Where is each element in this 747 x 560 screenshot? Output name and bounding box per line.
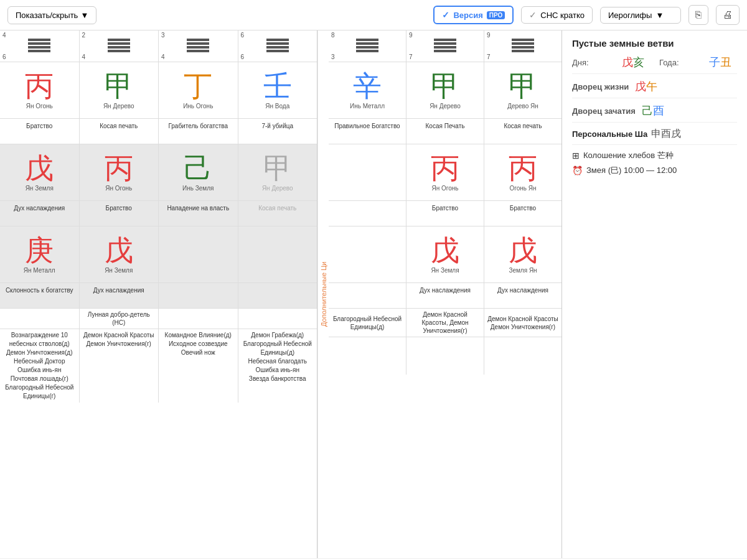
addqi1-cell-3[interactable]: 己 Инь Земля [159,144,238,200]
stem-element-3: Инь Огонь [183,103,213,110]
special-cell-4 [238,309,317,329]
role-row-right: Правильное Богатство Косая Печать Косая … [329,119,561,144]
addqi2-cell-3 [159,226,238,282]
addqi1-cell-r2[interactable]: 丙 Ян Огонь [406,144,484,200]
addqi1-cell-2[interactable]: 丙 Ян Огонь [80,144,159,200]
special-row-left: Лунная добро-детель (НС) [0,309,317,329]
hex-num-bl-4: 6 [241,54,245,60]
addqi2-cell-r2[interactable]: 戊 Ян Земля [406,226,484,282]
addqi2-row-right: 戊 Ян Земля 戊 Земля Ян [329,226,561,283]
info-palace-life-row: Дворец жизни 戊午 [572,79,737,98]
stem-element-r3: Дерево Ян [507,103,538,110]
addqi2-cell-2[interactable]: 戊 Ян Земля [80,226,159,282]
info-day-red: 戊 [622,56,633,68]
stars-cell-4: Демон Грабежа(д)Благородный Небесной Еди… [238,329,317,403]
stem-hanzi-r1: 辛 [353,72,382,100]
addqi1-element-r2: Ян Огонь [431,185,458,192]
addqi2-cell-r3[interactable]: 戊 Земля Ян [484,226,561,282]
addqi1-role-2: Братство [80,201,159,226]
version-button[interactable]: ✓ Версия ПРО [433,6,514,24]
addqi2-element-1: Ян Металл [24,267,55,274]
info-year-label: Года: [659,58,703,67]
addqi2-hanzi-1: 庚 [25,236,54,264]
pro-badge: ПРО [487,11,505,19]
role-label-3: Грабитель богатства [167,121,229,133]
role-cell-3: Грабитель богатства [159,119,238,144]
info-day-green: 亥 [633,56,644,68]
stem-cell-r1[interactable]: 辛 Инь Металл [329,62,406,118]
cns-button[interactable]: ✓ СНС кратко [521,6,593,24]
version-label: Версия [453,11,482,20]
info-day-row: Дня: 戊亥 Года: 子丑 [572,55,737,74]
print-button[interactable]: 🖨 [716,5,740,25]
addqi2-cell-1[interactable]: 庚 Ян Металл [0,226,80,282]
show-hide-button[interactable]: Показать/скрыть ▼ [7,6,96,24]
hieroglyph-select[interactable]: Иероглифы ▼ [600,7,681,24]
hex-num-bl-2: 4 [82,54,86,60]
role-cell-r1: Правильное Богатство [329,119,406,144]
stem-cell-r2[interactable]: 甲 Ян Дерево [406,62,484,118]
role-cell-2: Косая печать [80,119,159,144]
addqi1-cell-1[interactable]: 戊 Ян Земля [0,144,80,200]
info-year-value: 子丑 [709,55,731,70]
stem-row-left: 丙 Ян Огонь 甲 Ян Дерево 丁 Инь Огонь 壬 Ян … [0,62,317,119]
addqi1-element-2: Ян Огонь [105,185,132,192]
addqi1-role-row-left: Дух наслаждения Братство Нападение на вл… [0,201,317,226]
stem-cell-3[interactable]: 丁 Инь Огонь [159,62,238,118]
info-palace-birth-blue: 酉 [653,105,664,117]
addqi1-role-4: Косая печать [238,201,317,226]
addqi1-row-left: 戊 Ян Земля 丙 Ян Огонь 己 Инь Земля 甲 Ян Д… [0,144,317,201]
addqi1-hanzi-1: 戊 [25,154,54,182]
addqi2-role-4 [238,283,317,308]
addqi1-element-1: Ян Земля [26,185,54,192]
stem-row-right: 辛 Инь Металл 甲 Ян Дерево 甲 Дерево Ян [329,62,561,119]
addqi2-role-row-left: Склонность к богатству Дух наслаждения [0,283,317,309]
hex-num-bl-r3: 7 [487,54,491,60]
left-panel: 4 6 2 [0,30,317,558]
special-cell-1 [0,309,80,329]
stem-element-1: Ян Огонь [26,103,53,110]
addqi1-hanzi-4: 甲 [263,154,292,182]
hex-cell-4: 6 6 [238,30,317,62]
addqi2-role-r1 [329,283,406,308]
info-event2-text: Змея (巳) 10:00 — 12:00 [586,165,677,176]
role-cell-1: Братство [0,119,80,144]
addqi2-role-1: Склонность к богатству [0,283,80,308]
stem-cell-4[interactable]: 壬 Ян Вода [238,62,317,118]
addqi2-role-row-right: Дух наслаждения Дух наслаждения [329,283,561,309]
addqi1-hanzi-3: 己 [184,154,212,182]
addqi1-cell-r3[interactable]: 丙 Огонь Ян [484,144,561,200]
addqi1-element-r3: Огонь Ян [509,185,536,192]
addqi2-cell-r1 [329,226,406,282]
stars-cell-r2 [406,337,484,375]
addqi2-role-label-r3: Дух наслаждения [496,286,550,297]
addqi1-role-label-2: Братство [105,203,133,215]
role-label-1: Братство [25,121,54,133]
stem-cell-1[interactable]: 丙 Ян Огонь [0,62,80,118]
addqi2-cell-4 [238,226,317,282]
info-palace-life-orange: 午 [646,80,657,93]
special-cell-r3: Демон Красной Красоты Демон Уничтожения(… [484,309,561,337]
info-event1: ⊞ Колошение хлебов 芒种 [572,150,737,161]
calendar-icon: ⊞ [572,151,580,161]
stem-hanzi-4: 壬 [263,72,292,100]
addqi2-hanzi-r2: 戊 [431,236,459,264]
info-personals-row: Персональные Ша 申酉戌 [572,128,737,145]
info-year-orange: 丑 [720,56,731,68]
stem-hanzi-2: 甲 [105,72,133,100]
role-cell-r3: Косая печать [484,119,561,144]
hex-num-bl-3: 4 [161,54,165,60]
addqi1-role-r1 [329,201,406,226]
share-button[interactable]: ⎘ [688,5,708,25]
hex-num-tl-3: 3 [161,32,165,39]
stars-row-right [329,337,561,375]
addqi1-role-r2: Братство [406,201,484,226]
stem-cell-r3[interactable]: 甲 Дерево Ян [484,62,561,118]
role-label-r1: Правильное Богатство [333,121,401,133]
info-event2: ⏰ Змея (巳) 10:00 — 12:00 [572,165,737,176]
addqi1-cell-r1 [329,144,406,200]
stem-cell-2[interactable]: 甲 Ян Дерево [80,62,159,118]
info-palace-life-value: 戊午 [635,79,657,94]
addqi1-cell-4[interactable]: 甲 Ян Дерево [238,144,317,200]
role-label-2: Косая печать [98,121,139,133]
